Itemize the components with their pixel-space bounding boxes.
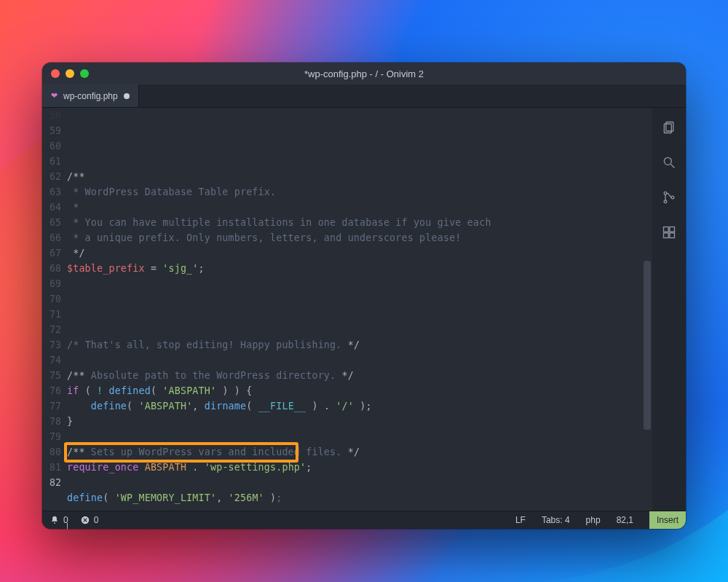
code-line: /** Absolute path to the WordPress direc…	[67, 368, 642, 383]
line-number: 81	[42, 460, 61, 475]
svg-point-4	[664, 192, 667, 194]
code-line: /* That's all, stop editing! Happy publi…	[67, 337, 642, 353]
php-file-icon: ❤	[51, 91, 58, 101]
line-number: 70	[42, 291, 61, 307]
svg-point-11	[54, 522, 55, 524]
line-number: 69	[42, 276, 61, 291]
line-number: 68	[42, 261, 61, 276]
bell-icon	[50, 515, 60, 525]
line-number: 71	[42, 307, 61, 322]
vertical-scrollbar[interactable]	[642, 108, 652, 511]
editor-body: 5859606162636465666768697071727374757677…	[42, 108, 686, 511]
line-number: 63	[42, 184, 61, 200]
svg-point-2	[664, 157, 671, 165]
code-line	[67, 291, 642, 307]
editor-area[interactable]: 5859606162636465666768697071727374757677…	[42, 108, 652, 511]
line-number: 73	[42, 337, 61, 353]
line-number-gutter: 5859606162636465666768697071727374757677…	[42, 108, 67, 511]
svg-rect-8	[670, 227, 675, 232]
files-icon[interactable]	[661, 119, 677, 135]
code-line: *	[67, 200, 642, 215]
line-number: 76	[42, 383, 61, 398]
tab-wp-config[interactable]: ❤ wp-config.php	[42, 84, 139, 107]
scrollbar-thumb[interactable]	[644, 261, 651, 430]
svg-rect-7	[664, 227, 669, 232]
line-number: 75	[42, 368, 61, 383]
line-number: 62	[42, 169, 61, 184]
zoom-icon[interactable]	[80, 69, 89, 78]
code-line: /**	[67, 169, 642, 184]
line-number: 67	[42, 245, 61, 261]
code-line	[67, 154, 642, 169]
svg-rect-10	[670, 233, 675, 238]
code-line: define( 'ABSPATH', dirname( __FILE__ ) .…	[67, 398, 642, 414]
line-number: 80	[42, 444, 61, 460]
line-number: 74	[42, 353, 61, 368]
code-line	[67, 475, 642, 490]
code-line	[67, 322, 642, 337]
code-line: if ( ! defined( 'ABSPATH' ) ) {	[67, 383, 642, 398]
code-line	[67, 521, 642, 529]
code-line	[67, 307, 642, 322]
tabbar: ❤ wp-config.php	[42, 84, 686, 108]
window-title: *wp-config.php - / - Onivim 2	[42, 68, 686, 79]
svg-point-5	[664, 200, 667, 203]
line-number: 65	[42, 215, 61, 230]
line-number: 77	[42, 398, 61, 414]
code-line: /** Sets up WordPress vars and included …	[67, 444, 642, 460]
editor-mode[interactable]: Insert	[649, 511, 686, 530]
line-number: 66	[42, 230, 61, 245]
code-line: define( 'WP_MEMORY_LIMIT', '256M' );	[67, 490, 642, 506]
code-line: }	[67, 414, 642, 429]
line-number: 60	[42, 138, 61, 154]
minimize-icon[interactable]	[66, 69, 74, 78]
code-line: */	[67, 245, 642, 261]
code-line: * You can have multiple installations in…	[67, 215, 642, 230]
code-line: require_once ABSPATH . 'wp-settings.php'…	[67, 460, 642, 475]
source-control-icon[interactable]	[661, 189, 677, 205]
traffic-lights	[51, 69, 89, 78]
svg-rect-9	[664, 233, 669, 238]
editor-window: *wp-config.php - / - Onivim 2 ❤ wp-confi…	[42, 63, 686, 529]
line-number: 58	[42, 108, 61, 123]
svg-point-6	[671, 196, 674, 199]
code-line	[67, 353, 642, 368]
code-line: * WordPress Database Table prefix.	[67, 184, 642, 200]
titlebar[interactable]: *wp-config.php - / - Onivim 2	[42, 63, 686, 84]
tab-dirty-indicator-icon	[124, 93, 130, 99]
code-line: * a unique prefix. Only numbers, letters…	[67, 230, 642, 245]
text-cursor	[67, 523, 68, 529]
line-number: 64	[42, 200, 61, 215]
close-icon[interactable]	[51, 69, 60, 78]
line-number: 78	[42, 414, 61, 429]
code-line: $table_prefix = 'sjg_';	[67, 261, 642, 276]
notifications-button[interactable]: 0	[50, 515, 68, 525]
code-content[interactable]: /** * WordPress Database Table prefix. *…	[67, 108, 642, 511]
code-line	[67, 276, 642, 291]
code-line	[67, 429, 642, 444]
line-number: 61	[42, 154, 61, 169]
extensions-icon[interactable]	[661, 224, 677, 240]
code-line	[67, 506, 642, 521]
line-number: 59	[42, 123, 61, 138]
line-number: 82	[42, 475, 61, 490]
svg-line-3	[671, 165, 675, 168]
line-number: 72	[42, 322, 61, 337]
activity-bar	[652, 108, 686, 511]
line-number: 79	[42, 429, 61, 444]
tab-label: wp-config.php	[63, 91, 118, 101]
search-icon[interactable]	[661, 154, 677, 170]
